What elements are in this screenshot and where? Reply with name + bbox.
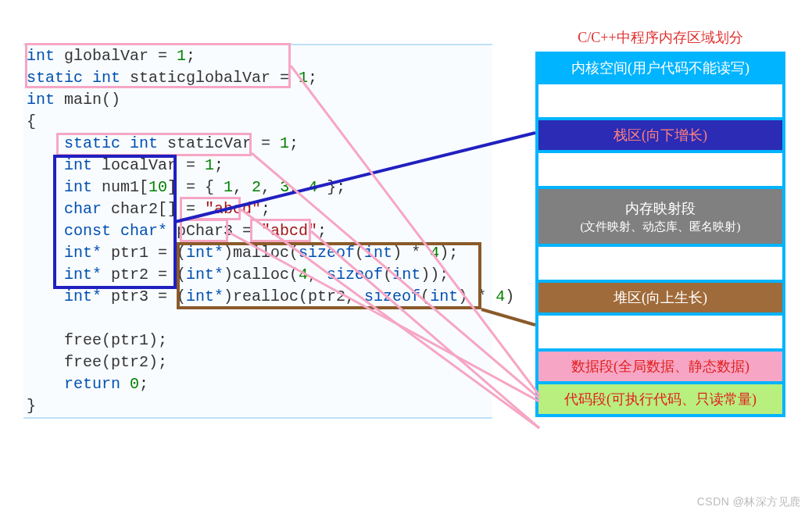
tok: ;	[186, 47, 195, 65]
tok: ,	[261, 178, 280, 196]
mem-heap: 堆区(向上生长)	[535, 283, 785, 316]
tok: sizeof	[364, 287, 420, 305]
mem-stack-label: 栈区(向下增长)	[613, 126, 707, 145]
tok: {	[27, 112, 36, 130]
tok: 1	[224, 178, 233, 196]
tok	[27, 309, 36, 327]
tok: 1	[205, 156, 214, 174]
tok: sizeof	[327, 266, 383, 284]
mem-heap-label: 堆区(向上生长)	[613, 288, 707, 307]
tok: 4	[308, 178, 317, 196]
tok: ] = {	[167, 178, 224, 196]
tok: ;	[317, 222, 327, 240]
tok: int	[27, 156, 92, 174]
tok: ,	[289, 178, 308, 196]
tok: )calloc(	[224, 266, 299, 284]
tok: 4	[495, 287, 505, 305]
mem-mmap: 内存映射段 (文件映射、动态库、匿名映射)	[535, 189, 785, 247]
tok: ));	[420, 266, 449, 284]
tok: "abcd"	[205, 200, 261, 218]
tok: int*	[27, 244, 102, 262]
tok: };	[317, 178, 345, 196]
mem-code: 代码段(可执行代码、只读常量)	[535, 384, 785, 417]
tok: ,	[308, 266, 327, 284]
tok: )	[505, 287, 514, 305]
tok: ;	[308, 69, 317, 87]
tok: ) *	[458, 287, 495, 305]
mem-gap-4	[535, 316, 785, 352]
mem-gap-1	[535, 84, 785, 120]
tok: globalVar =	[55, 47, 177, 65]
mem-kernel: 内核空间(用户代码不能读写)	[535, 52, 785, 84]
tok: int*	[186, 266, 224, 284]
memory-title: C/C++中程序内存区域划分	[535, 28, 785, 47]
tok: int*	[27, 287, 102, 305]
tok: char	[27, 200, 102, 218]
tok: 1	[280, 134, 289, 152]
tok: (	[383, 266, 392, 284]
tok: free(ptr1);	[27, 331, 167, 349]
tok: 1	[177, 47, 186, 65]
tok: ) *	[392, 244, 430, 262]
tok: 1	[299, 69, 308, 87]
mem-data: 数据段(全局数据、静态数据)	[535, 352, 785, 384]
tok: const char*	[27, 222, 167, 240]
tok: );	[439, 244, 458, 262]
tok: free(ptr2);	[27, 353, 167, 371]
tok: staticVar =	[158, 134, 280, 152]
mem-mmap-label: 内存映射段	[625, 199, 696, 218]
tok: static int	[27, 69, 120, 87]
tok: 4	[299, 266, 308, 284]
tok: )malloc(	[224, 244, 299, 262]
mem-data-label: 数据段(全局数据、静态数据)	[571, 357, 749, 376]
code-block: int globalVar = 1; static int staticglob…	[23, 44, 492, 419]
tok: int	[27, 47, 55, 65]
tok: char2[] =	[102, 200, 205, 218]
tok: ;	[289, 134, 299, 152]
tok: return	[27, 375, 130, 393]
memory-layout: C/C++中程序内存区域划分 内核空间(用户代码不能读写) 栈区(向下增长) 内…	[535, 28, 785, 417]
tok: ptr1 = (	[102, 244, 186, 262]
tok: (	[355, 244, 364, 262]
tok: 2	[252, 178, 261, 196]
tok: int	[27, 91, 55, 109]
tok: "abcd"	[261, 222, 317, 240]
tok: num1[	[92, 178, 148, 196]
tok: ptr3 = (	[102, 287, 186, 305]
tok: pChar3 =	[167, 222, 261, 240]
mem-stack: 栈区(向下增长)	[535, 120, 785, 153]
tok: int*	[27, 266, 102, 284]
mem-gap-3	[535, 247, 785, 283]
tok: ;	[139, 375, 148, 393]
tok: ,	[233, 178, 252, 196]
tok: )realloc(ptr2,	[224, 287, 364, 305]
tok: int*	[186, 244, 224, 262]
tok: static int	[27, 134, 158, 152]
tok: ptr2 = (	[102, 266, 186, 284]
tok: ;	[261, 200, 270, 218]
tok: main()	[55, 91, 120, 109]
tok: sizeof	[299, 244, 355, 262]
tok: 3	[280, 178, 289, 196]
tok: int	[364, 244, 392, 262]
mem-code-label: 代码段(可执行代码、只读常量)	[564, 390, 757, 409]
tok: localVar =	[92, 156, 205, 174]
tok: (	[420, 287, 430, 305]
tok: int	[27, 178, 92, 196]
tok: int	[392, 266, 420, 284]
tok: }	[27, 397, 36, 415]
tok: 4	[430, 244, 439, 262]
tok: staticglobalVar =	[120, 69, 299, 87]
tok: int	[430, 287, 458, 305]
watermark: CSDN @林深方见鹿	[697, 495, 801, 509]
mem-kernel-label: 内核空间(用户代码不能读写)	[571, 59, 749, 77]
tok: int*	[186, 287, 224, 305]
tok: 0	[130, 375, 139, 393]
mem-gap-2	[535, 153, 785, 189]
mem-mmap-sublabel: (文件映射、动态库、匿名映射)	[581, 220, 741, 234]
tok: 10	[148, 178, 167, 196]
tok: ;	[214, 156, 224, 174]
